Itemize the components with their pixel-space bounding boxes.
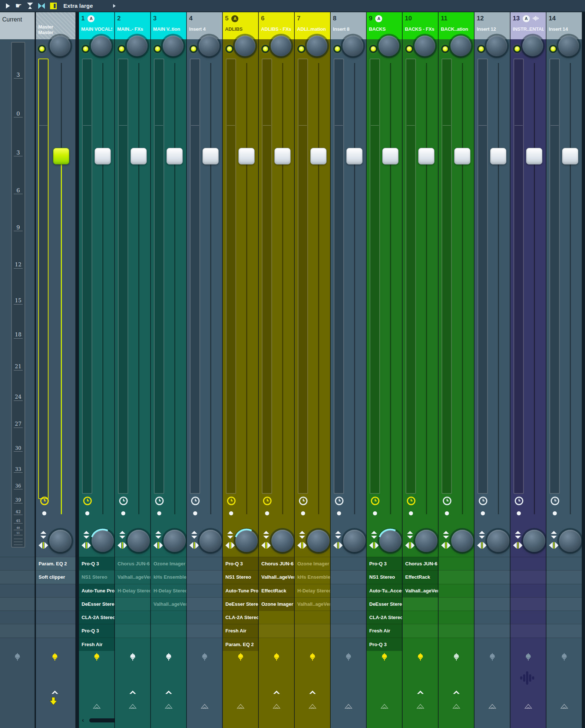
scroll-left-chevron[interactable]: ‹ (82, 717, 84, 724)
pan-knob[interactable] (450, 36, 471, 56)
plugin-slot[interactable]: Pro-Q 3 (367, 557, 402, 570)
fader-handle[interactable] (562, 148, 578, 164)
plugin-slot-empty[interactable] (331, 624, 366, 637)
channel-header[interactable]: 9ABACKS (367, 12, 402, 39)
fx-enable-lamp-icon[interactable] (273, 653, 280, 661)
view-size-next-icon[interactable] (113, 4, 116, 8)
plugin-slot-empty[interactable] (403, 638, 438, 651)
route-target-icon[interactable] (560, 704, 568, 709)
route-target-icon[interactable] (201, 704, 209, 709)
channel-header[interactable]: 2MAIN..- FXs (115, 12, 151, 39)
plugin-slot-empty[interactable] (475, 638, 510, 651)
fader-handle[interactable] (53, 148, 69, 164)
fader-handle[interactable] (166, 148, 183, 164)
channel-header[interactable]: 10BACKS - FXs (403, 12, 438, 39)
route-up-arrow-icon[interactable] (52, 691, 58, 694)
stereo-sep-knob[interactable] (271, 530, 294, 552)
swap-updown-icon[interactable] (479, 531, 485, 539)
plugin-slot-empty[interactable] (259, 624, 294, 637)
plugin-slot[interactable]: CLA-2A Stereo (223, 611, 258, 624)
channel-header[interactable]: 3MAIN V..tion (151, 12, 186, 39)
fx-enable-lamp-icon[interactable] (93, 653, 100, 661)
plugin-slot[interactable]: NS1 Stereo (223, 570, 258, 584)
channel-header[interactable]: MasterMaster (36, 12, 76, 39)
route-up-arrow-icon[interactable] (273, 691, 280, 694)
swap-updown-icon[interactable] (191, 531, 197, 539)
record-dot[interactable] (265, 511, 269, 515)
plugin-slot-empty[interactable] (36, 638, 76, 651)
plugin-slot[interactable]: CLA-2A Stereo (367, 611, 402, 624)
plugin-delay-clock-icon[interactable] (550, 496, 560, 506)
plugin-slot-empty[interactable] (546, 611, 582, 624)
channel-header[interactable]: 13AINSTR..ENTAL (510, 12, 546, 39)
plugin-slot[interactable]: kHs Ensemble (151, 570, 186, 584)
channel-header[interactable]: 6ADLIBS - FXs (259, 12, 294, 39)
mirror-triangles-icon[interactable] (38, 3, 45, 9)
mixer-menu-icon[interactable] (6, 3, 10, 9)
plugin-slot-empty[interactable] (546, 570, 582, 584)
plugin-slot-empty[interactable] (187, 611, 222, 624)
plugin-slot[interactable]: Param. EQ 2 (36, 557, 76, 570)
plugin-slot-empty[interactable] (36, 584, 76, 597)
swap-updown-icon[interactable] (335, 531, 341, 539)
plugin-slot-empty[interactable] (0, 611, 35, 624)
plugin-delay-clock-icon[interactable] (118, 496, 129, 506)
plugin-slot-empty[interactable] (187, 624, 222, 637)
fader-handle[interactable] (130, 148, 147, 164)
route-target-icon[interactable] (93, 704, 101, 709)
swap-updown-icon[interactable] (443, 531, 449, 539)
plugin-slot[interactable]: Valhall..ageVerb (151, 597, 186, 611)
record-dot[interactable] (409, 511, 413, 515)
plugin-slot[interactable]: Fresh Air (223, 624, 258, 637)
plugin-slot-empty[interactable] (187, 570, 222, 584)
plugin-slot-empty[interactable] (439, 638, 474, 651)
hand-link-icon[interactable]: ☛ (15, 2, 22, 9)
fader-groove[interactable] (354, 63, 355, 514)
stereo-sep-knob[interactable] (199, 530, 222, 552)
fader-handle[interactable] (490, 148, 506, 164)
plugin-slot[interactable]: DeEsser Stereo (223, 597, 258, 611)
pan-knob[interactable] (271, 36, 291, 56)
plugin-slot-empty[interactable] (510, 624, 546, 637)
fx-enable-lamp-icon[interactable] (417, 653, 424, 661)
fader-handle[interactable] (418, 148, 434, 164)
swap-updown-icon[interactable] (83, 531, 89, 539)
fader-handle[interactable] (202, 148, 219, 164)
stereo-leftright-icon[interactable] (118, 542, 127, 549)
record-dot[interactable] (121, 511, 125, 515)
plugin-slot-empty[interactable] (331, 597, 366, 611)
plugin-slot-empty[interactable] (403, 597, 438, 611)
plugin-delay-clock-icon[interactable] (370, 496, 380, 506)
fx-enable-lamp-icon[interactable] (561, 653, 568, 661)
pan-knob[interactable] (307, 36, 327, 56)
plugin-slot-empty[interactable] (331, 584, 366, 597)
fader-handle[interactable] (310, 148, 327, 164)
fx-enable-lamp-icon[interactable] (129, 653, 136, 661)
fx-enable-lamp-icon[interactable] (165, 653, 172, 661)
swap-updown-icon[interactable] (299, 531, 305, 539)
record-dot[interactable] (301, 511, 305, 515)
pan-knob[interactable] (379, 36, 399, 56)
plugin-delay-clock-icon[interactable] (442, 496, 452, 506)
plugin-slot-empty[interactable] (295, 624, 330, 637)
stereo-sep-knob[interactable] (343, 530, 366, 552)
pan-knob[interactable] (199, 36, 219, 56)
armed-badge-icon[interactable]: A (375, 15, 382, 22)
plugin-slot[interactable]: H-Delay Stereo (295, 584, 330, 597)
plugin-slot[interactable]: Chorus JUN-6 (403, 557, 438, 570)
stereo-leftright-icon[interactable] (477, 542, 487, 549)
plugin-slot-empty[interactable] (295, 611, 330, 624)
fader-groove[interactable] (102, 63, 103, 514)
stereo-sep-knob[interactable] (163, 530, 186, 552)
route-up-arrow-icon[interactable] (165, 691, 172, 694)
plugin-slot-empty[interactable] (331, 638, 366, 651)
fader-handle[interactable] (346, 148, 363, 164)
record-dot[interactable] (553, 511, 557, 515)
channel-header[interactable]: Current (0, 12, 35, 39)
stereo-leftright-icon[interactable] (189, 542, 199, 549)
route-target-icon[interactable] (488, 704, 496, 709)
swap-updown-icon[interactable] (515, 531, 521, 539)
plugin-slot[interactable]: Soft clipper (36, 570, 76, 584)
route-up-arrow-icon[interactable] (453, 691, 460, 694)
armed-badge-icon[interactable]: A (523, 15, 530, 22)
